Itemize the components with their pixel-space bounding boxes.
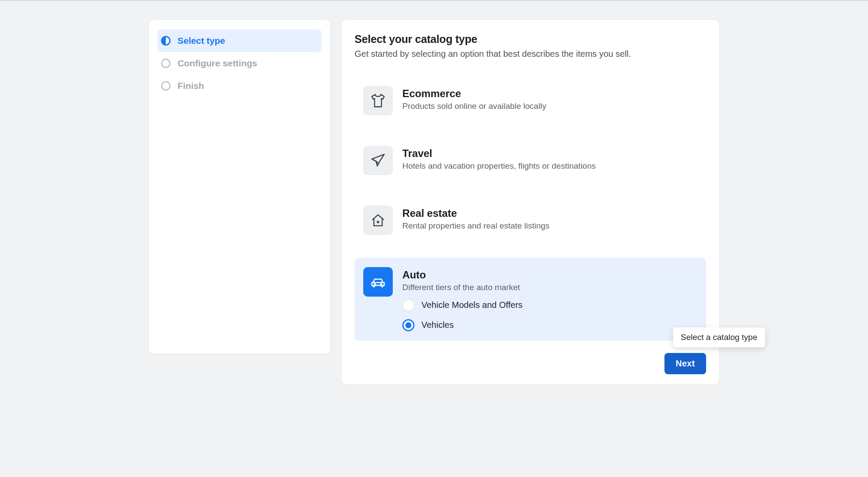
radio-vehicles[interactable]: Vehicles [402, 319, 523, 331]
step-progress-icon [161, 59, 171, 68]
option-title: Ecommerce [402, 88, 546, 100]
house-icon [363, 206, 393, 235]
next-button[interactable]: Next [664, 353, 706, 374]
wizard-step-select-type[interactable]: Select type [158, 29, 322, 52]
svg-point-0 [375, 284, 376, 285]
svg-point-1 [381, 284, 382, 285]
option-desc: Rental properties and real estate listin… [402, 220, 549, 232]
option-desc: Hotels and vacation properties, flights … [402, 160, 596, 172]
step-progress-icon [161, 81, 171, 91]
wizard-steps-sidebar: Select type Configure settings Finish [149, 20, 330, 354]
auto-subtype-radios: Vehicle Models and Offers Vehicles [402, 299, 523, 331]
option-title: Real estate [402, 207, 549, 219]
radio-vehicle-models-and-offers[interactable]: Vehicle Models and Offers [402, 299, 523, 311]
airplane-icon [363, 146, 393, 175]
catalog-type-options: Ecommerce Products sold online or availa… [355, 78, 706, 341]
option-real-estate[interactable]: Real estate Rental properties and real e… [355, 198, 706, 243]
wizard-step-label: Select type [178, 36, 225, 46]
option-text: Auto Different tiers of the auto market … [402, 267, 523, 331]
page-subtitle: Get started by selecting an option that … [355, 48, 706, 60]
next-button-tooltip: Select a catalog type [673, 327, 765, 347]
page-title: Select your catalog type [355, 33, 706, 46]
step-progress-icon [161, 36, 171, 46]
footer-actions: Next [355, 353, 706, 374]
radio-icon [402, 319, 414, 331]
option-desc: Different tiers of the auto market [402, 282, 523, 293]
radio-label: Vehicles [421, 320, 454, 330]
option-travel[interactable]: Travel Hotels and vacation properties, f… [355, 138, 706, 183]
option-title: Auto [402, 269, 523, 281]
option-text: Travel Hotels and vacation properties, f… [402, 146, 596, 172]
main-panel: Select your catalog type Get started by … [342, 20, 719, 385]
option-text: Ecommerce Products sold online or availa… [402, 86, 546, 112]
option-text: Real estate Rental properties and real e… [402, 206, 549, 232]
wizard-step-finish[interactable]: Finish [158, 75, 322, 97]
tshirt-icon [363, 86, 393, 115]
wizard-step-label: Configure settings [178, 58, 257, 69]
option-desc: Products sold online or available locall… [402, 101, 546, 112]
option-title: Travel [402, 147, 596, 160]
radio-icon [402, 299, 414, 311]
wizard-step-label: Finish [178, 81, 204, 91]
wizard-step-configure-settings[interactable]: Configure settings [158, 52, 322, 75]
page-container: Select type Configure settings Finish Se… [0, 1, 868, 385]
car-icon [363, 267, 393, 297]
option-auto[interactable]: Auto Different tiers of the auto market … [355, 258, 706, 341]
radio-label: Vehicle Models and Offers [421, 300, 523, 310]
option-ecommerce[interactable]: Ecommerce Products sold online or availa… [355, 78, 706, 123]
